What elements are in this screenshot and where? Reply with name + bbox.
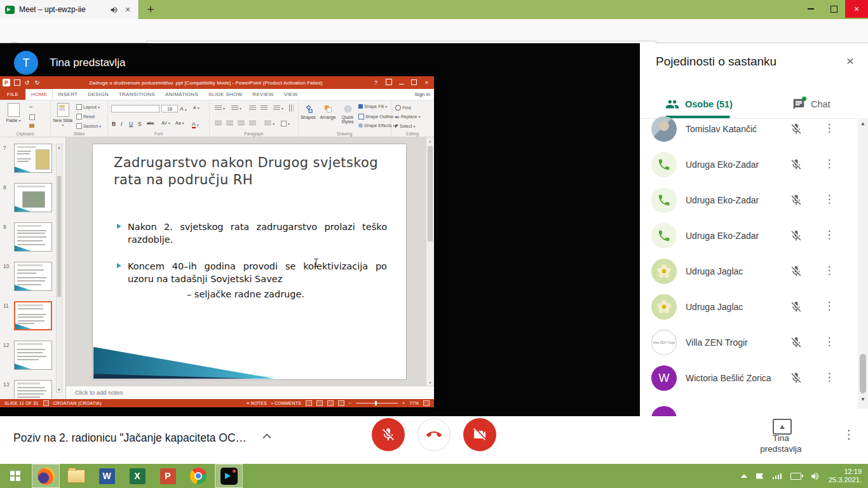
mute-mic-button[interactable] [372,418,405,451]
increase-indent-button[interactable] [261,105,268,111]
spellcheck-icon[interactable] [43,400,49,406]
mic-muted-icon[interactable] [790,123,803,135]
select-button[interactable]: Select▾ [395,124,415,128]
browser-tab-meet[interactable]: Meet – upt-ewzp-iie × [0,0,139,19]
mic-muted-icon[interactable] [790,301,803,313]
format-painter-button[interactable] [29,124,34,128]
tab-view[interactable]: VIEW [279,89,303,100]
taskbar-chrome[interactable] [184,464,212,488]
slide-scrollbar[interactable]: ▴ ▾ [426,137,434,386]
comments-toggle[interactable]: ▪ COMMENTS [271,401,301,405]
taskbar-excel[interactable]: X [123,464,151,488]
network-icon[interactable] [773,473,782,479]
slide-bullet-2-sub[interactable]: – seljačke radne zadruge. [187,289,304,299]
window-minimize-button[interactable] [799,0,822,18]
taskbar-explorer[interactable] [62,464,90,488]
zoom-slider[interactable] [356,403,398,403]
slide-thumbnail-9[interactable] [14,222,52,252]
participant-menu-icon[interactable]: ⋮ [822,335,837,348]
ppt-close-button[interactable]: × [422,79,431,86]
slide-thumbnail-11-selected[interactable] [14,301,52,330]
align-right-button[interactable] [238,121,245,126]
mic-muted-icon[interactable] [790,372,803,384]
participant-row[interactable]: Udruga Eko-Zadar ⋮ [640,182,858,218]
taskbar-firefox[interactable] [32,464,60,488]
participant-menu-icon[interactable]: ⋮ [822,228,837,241]
tab-slideshow[interactable]: SLIDE SHOW [203,89,247,100]
zoom-in-button[interactable]: + [402,401,405,405]
slide-thumbnail-12[interactable] [14,341,52,370]
view-slideshow-icon[interactable] [338,400,344,406]
strikethrough-button[interactable]: abc [147,121,154,125]
participant-menu-icon[interactable]: ⋮ [822,121,837,135]
slide-thumbnail-10[interactable] [14,262,52,291]
shape-fill-button[interactable]: Shape Fill▾ [358,104,387,109]
ppt-help-icon[interactable]: ? [371,79,381,86]
volume-icon[interactable] [810,471,820,481]
notes-toggle[interactable]: ≡ NOTES [247,401,267,405]
slide-thumbnail-13[interactable] [14,380,52,399]
font-size-select[interactable]: 18 [161,105,178,112]
change-case-button[interactable]: Aa▾ [175,121,184,125]
taskbar-powerpoint[interactable]: P [154,464,182,488]
underline-button[interactable]: U [129,121,133,127]
window-restore-button[interactable] [822,0,845,18]
participant-row-partial[interactable] [640,401,858,416]
font-name-select[interactable] [111,105,159,112]
window-close-button[interactable]: × [845,0,868,18]
tab-animations[interactable]: ANIMATIONS [160,89,203,100]
mic-muted-icon[interactable] [790,229,803,242]
italic-button[interactable]: I [121,121,122,127]
replace-button[interactable]: abReplace▾ [395,114,420,119]
fit-to-window-icon[interactable] [423,400,430,406]
taskbar-recorder[interactable] [215,464,243,488]
tab-review[interactable]: REVIEW [247,89,278,100]
slide-editor[interactable]: Zadrugarstvo nakon Drugog svjetskog rata… [92,144,407,380]
save-icon[interactable] [13,79,20,86]
slide-title[interactable]: Zadrugarstvo nakon Drugog svjetskog rata… [114,154,390,189]
align-left-button[interactable] [215,121,222,126]
numbering-button[interactable]: ▾ [231,105,241,111]
start-button[interactable] [0,464,31,488]
ppt-restore-button[interactable] [409,79,419,86]
participant-menu-icon[interactable]: ⋮ [822,299,837,313]
cut-button[interactable]: ✂ [29,105,33,110]
leave-call-button[interactable] [417,418,451,451]
new-slide-button[interactable]: New Slide ▾ [52,103,74,127]
taskbar-word[interactable]: W [93,464,121,488]
tab-close-icon[interactable]: × [123,4,133,15]
bullets-button[interactable]: ▾ [215,105,225,111]
shrink-font-button[interactable]: A▾ [193,105,200,110]
slide-bullet-1[interactable]: Nakon 2. svjetskog rata zadrugarstvo pro… [117,220,387,247]
participant-menu-icon[interactable]: ⋮ [822,157,837,170]
undo-icon[interactable]: ↺ [24,79,31,86]
thumbnail-scrollbar[interactable]: ▴ ▾ [56,144,62,393]
decrease-indent-button[interactable] [249,105,256,111]
find-button[interactable]: Find [395,105,411,111]
tray-expand-icon[interactable] [741,474,747,478]
participant-row[interactable]: W Wictoria Bešlić Zorica ⋮ [640,360,858,396]
slide-thumbnail-7[interactable] [14,144,52,173]
panel-close-icon[interactable]: × [843,53,858,69]
battery-icon[interactable] [790,473,801,480]
ppt-ribbon-options-icon[interactable] [384,79,393,86]
ppt-minimize-button[interactable] [397,79,406,86]
participant-row[interactable]: Tomislav Katančić ⋮ [640,111,858,147]
bold-button[interactable]: B [112,121,116,127]
tab-design[interactable]: DESIGN [83,89,113,100]
tab-home[interactable]: HOME [25,89,53,100]
action-center-icon[interactable] [756,473,764,479]
justify-button[interactable] [249,121,256,126]
participant-menu-icon[interactable]: ⋮ [822,370,837,384]
reset-button[interactable]: Reset [76,114,95,119]
grow-font-button[interactable]: A▴ [180,105,187,112]
tab-file[interactable]: FILE [0,89,25,100]
shadow-button[interactable]: S [138,121,142,127]
arrange-button[interactable]: Arrange [318,103,338,119]
participant-row[interactable]: Villa ZEN Trogir Villa ZEN Trogir ⋮ [640,325,858,360]
character-spacing-button[interactable]: AV▾ [161,121,170,125]
participant-row[interactable]: Udruga Eko-Zadar ⋮ [640,218,858,254]
taskbar-clock[interactable]: 12:19 25.3.2021. [829,468,862,484]
redo-icon[interactable]: ↻ [34,79,41,86]
language-label[interactable]: CROATIAN (CROATIA) [53,401,102,405]
